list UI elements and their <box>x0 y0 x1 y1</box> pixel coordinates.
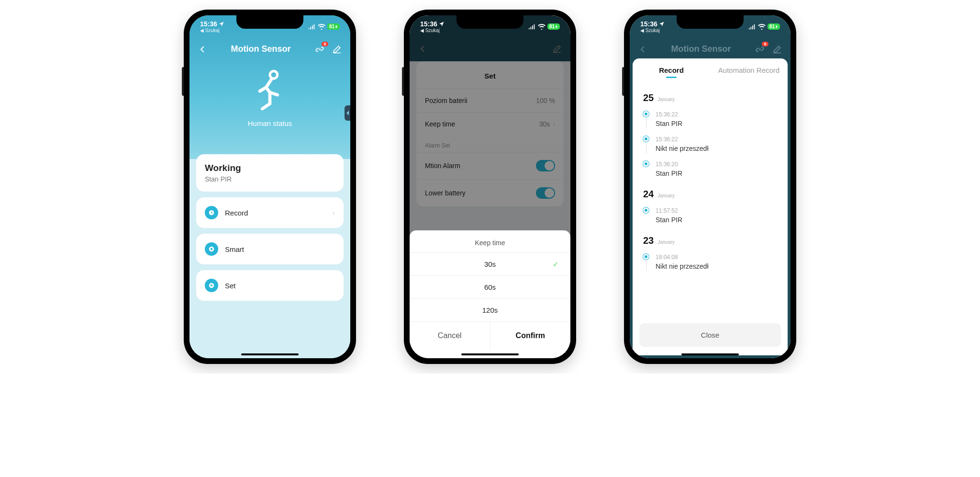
home-indicator[interactable] <box>461 353 519 355</box>
list-item: 18:04:08Nikt nie przeszedł <box>643 250 777 275</box>
back-to-app[interactable]: ◀ Szukaj <box>640 28 660 33</box>
timeline-dot-icon <box>643 136 649 142</box>
status-title: Working <box>205 163 335 173</box>
notif-badge: 0 <box>762 42 768 46</box>
record-panel: Record Automation Record 25 January 15:3… <box>633 58 788 355</box>
sheet-opt-120s[interactable]: 120s <box>410 298 570 321</box>
signal-icon <box>748 24 756 30</box>
sheet-opt-60s[interactable]: 60s <box>410 275 570 298</box>
set-label: Set <box>225 282 335 290</box>
location-icon <box>659 21 665 27</box>
wifi-icon <box>758 24 766 30</box>
status-time: 15:36 <box>640 20 657 28</box>
location-icon <box>219 21 224 27</box>
sheet-opt-30s[interactable]: 30s ✓ <box>410 252 570 275</box>
record-list[interactable]: 25 January 15:36:22Stan PIR 15:36:22Nikt… <box>633 78 788 318</box>
edit-icon[interactable] <box>332 45 342 54</box>
close-button[interactable]: Close <box>639 323 781 347</box>
battery-icon: 81 <box>768 23 780 30</box>
timeline-dot-icon <box>643 207 649 213</box>
page-title: Motion Sensor <box>207 44 315 54</box>
list-item: 11:57:52Stan PIR <box>643 204 777 227</box>
location-icon <box>439 21 445 27</box>
record-label: Record <box>225 209 326 217</box>
date-24: 24 January <box>643 189 777 200</box>
link-button[interactable]: 0 <box>755 45 765 54</box>
list-item: 15:36:22Stan PIR <box>643 107 777 132</box>
signal-icon <box>528 24 536 30</box>
check-icon: ✓ <box>553 260 559 269</box>
svg-point-3 <box>211 248 213 250</box>
notch <box>457 15 523 29</box>
battery-icon: 81 <box>327 23 340 30</box>
wifi-icon <box>318 24 325 30</box>
phone-1: 15:36 ◀ Szukaj 81 Motion Sensor <box>184 10 356 364</box>
status-time: 15:36 <box>420 20 437 28</box>
keep-time-sheet: Keep time 30s ✓ 60s 120s Cancel Confirm <box>410 230 570 358</box>
svg-point-4 <box>209 283 214 288</box>
timeline-dot-icon <box>643 161 649 167</box>
smart-icon <box>205 242 218 256</box>
back-icon[interactable] <box>638 45 647 54</box>
timeline-dot-icon <box>643 254 649 260</box>
running-man-icon <box>251 68 289 113</box>
back-to-app[interactable]: ◀ Szukaj <box>420 28 440 33</box>
notif-badge: 0 <box>322 42 328 46</box>
back-icon[interactable] <box>198 45 207 54</box>
cancel-button[interactable]: Cancel <box>410 322 490 350</box>
set-row[interactable]: Set <box>196 270 344 301</box>
sheet-title: Keep time <box>410 230 570 252</box>
side-tab[interactable] <box>345 105 350 121</box>
status-sub: Stan PIR <box>205 175 335 183</box>
phone-3: 15:36 ◀ Szukaj 81 Motion Sensor <box>624 10 796 364</box>
tab-record[interactable]: Record <box>633 66 710 74</box>
chevron-left-icon <box>346 111 349 115</box>
smart-label: Smart <box>225 245 335 253</box>
list-item: 15:36:22Nikt nie przeszedł <box>643 132 777 157</box>
edit-icon[interactable] <box>772 45 782 54</box>
link-button[interactable]: 0 <box>315 45 324 54</box>
chevron-right-icon: › <box>333 209 335 216</box>
list-item: 15:36:20Stan PIR <box>643 157 777 181</box>
record-row[interactable]: Record › <box>196 197 344 228</box>
home-indicator[interactable] <box>241 353 299 355</box>
confirm-button[interactable]: Confirm <box>490 322 571 350</box>
timeline-dot-icon <box>643 111 649 117</box>
page-title: Motion Sensor <box>647 44 755 54</box>
home-indicator[interactable] <box>681 353 739 355</box>
battery-icon: 81 <box>547 23 560 30</box>
svg-point-0 <box>270 71 278 79</box>
date-25: 25 January <box>643 92 777 103</box>
gear-icon <box>205 279 218 292</box>
date-23: 23 January <box>643 235 777 246</box>
tab-automation[interactable]: Automation Record <box>710 66 788 74</box>
notch <box>677 15 744 29</box>
clock-icon <box>205 206 218 219</box>
status-time: 15:36 <box>200 20 217 28</box>
hero-label: Human status <box>248 119 292 127</box>
status-card: Working Stan PIR <box>196 154 344 192</box>
smart-row[interactable]: Smart <box>196 234 344 264</box>
wifi-icon <box>538 24 546 30</box>
phone-2: 15:36 ◀ Szukaj 81 <box>404 10 576 364</box>
notch <box>236 15 303 29</box>
signal-icon <box>308 24 316 30</box>
back-to-app[interactable]: ◀ Szukaj <box>200 28 220 33</box>
